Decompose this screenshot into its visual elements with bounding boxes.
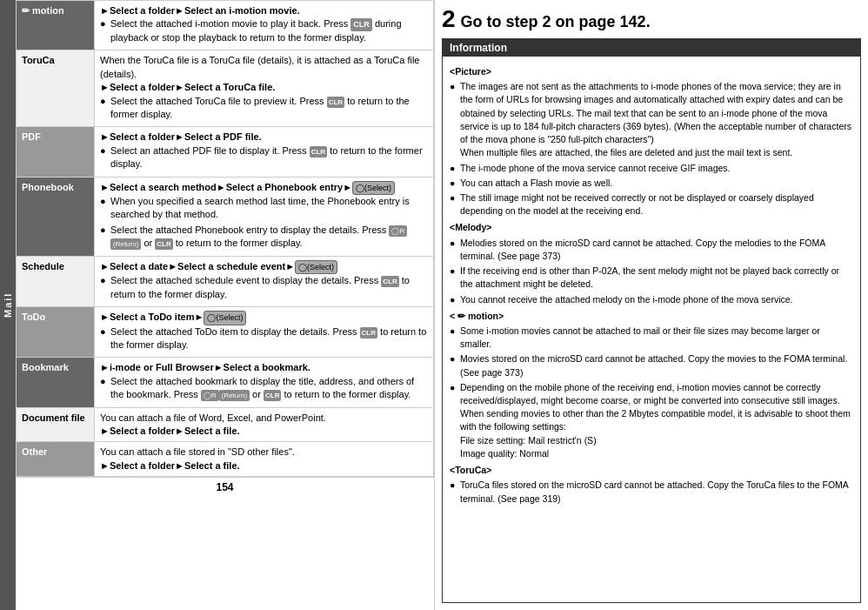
info-box: Information <Picture> ● The images are n… (442, 38, 861, 603)
row-content-phonebook: ►Select a search method►Select a Phonebo… (95, 177, 434, 256)
step-header: 2 Go to step 2 on page 142. (442, 7, 861, 31)
row-content-docfile: You can attach a file of Word, Excel, an… (95, 407, 434, 442)
row-content-pdf: ►Select a folder►Select a PDF file. ● Se… (95, 127, 434, 177)
row-content-todo: ►Select a ToDo item►◯(Select) ● Select t… (95, 307, 434, 358)
melody-section-label: <Melody> (450, 221, 853, 234)
row-content-bookmark: ►i-mode or Full Browser►Select a bookmar… (95, 358, 434, 407)
row-label-bookmark: Bookmark (17, 358, 95, 407)
step-text: Go to step 2 on page 142. (461, 13, 651, 31)
right-panel: 2 Go to step 2 on page 142. Information … (435, 0, 868, 610)
row-label-motion: ✏ motion (17, 1, 95, 50)
list-item: ● Melodies stored on the microSD card ca… (450, 237, 853, 263)
table-row: ToDo ►Select a ToDo item►◯(Select) ● Sel… (17, 307, 434, 358)
table-row: Other You can attach a file stored in "S… (17, 442, 434, 477)
list-item: ● You cannot receive the attached melody… (450, 293, 853, 306)
row-label-docfile: Document file (17, 407, 95, 442)
picture-section-label: <Picture> (450, 65, 853, 78)
row-content-motion: ►Select a folder►Select an i-motion movi… (95, 1, 434, 50)
list-item: ● If the receiving end is other than P-0… (450, 265, 853, 291)
table-row: PDF ►Select a folder►Select a PDF file. … (17, 127, 434, 177)
table-row: ToruCa When the ToruCa file is a ToruCa … (17, 50, 434, 127)
list-item: ● You can attach a Flash movie as well. (450, 177, 853, 190)
row-label-todo: ToDo (17, 307, 95, 358)
left-panel: Mail ✏ motion ►Select a folder►Select an… (0, 0, 435, 610)
row-content-schedule: ►Select a date►Select a schedule event►◯… (95, 256, 434, 306)
table-row: Schedule ►Select a date►Select a schedul… (17, 256, 434, 306)
info-header: Information (443, 39, 860, 57)
table-row: Document file You can attach a file of W… (17, 407, 434, 442)
content-table: ✏ motion ►Select a folder►Select an i-mo… (16, 0, 434, 477)
info-content: <Picture> ● The images are not sent as t… (443, 57, 860, 513)
row-content-other: You can attach a file stored in "SD othe… (95, 442, 434, 477)
list-item: ● Movies stored on the microSD card cann… (450, 352, 853, 379)
table-row: Phonebook ►Select a search method►Select… (17, 177, 434, 256)
page-number: 154 (16, 477, 434, 497)
list-item: ● The i-mode phone of the mova service c… (450, 162, 853, 175)
table-row: Bookmark ►i-mode or Full Browser►Select … (17, 358, 434, 407)
list-item: ● Depending on the mobile phone of the r… (450, 381, 853, 460)
row-label-toruca: ToruCa (17, 50, 95, 127)
row-label-phonebook: Phonebook (17, 177, 95, 256)
list-item: ● The still image might not be received … (450, 191, 853, 218)
step-number: 2 (442, 7, 456, 31)
row-label-other: Other (17, 442, 95, 477)
row-label-schedule: Schedule (17, 256, 95, 306)
table-container: ✏ motion ►Select a folder►Select an i-mo… (16, 0, 434, 477)
list-item: ● Some i-motion movies cannot be attache… (450, 325, 853, 351)
motion-section-label: < ✏ motion> (450, 310, 853, 323)
list-item: ● The images are not sent as the attachm… (450, 80, 853, 159)
list-item: ● ToruCa files stored on the microSD car… (450, 479, 853, 505)
toruca-section-label: <ToruCa> (450, 464, 853, 477)
side-label: Mail (0, 0, 16, 610)
table-row: ✏ motion ►Select a folder►Select an i-mo… (17, 1, 434, 50)
row-content-toruca: When the ToruCa file is a ToruCa file (d… (95, 50, 434, 127)
row-label-pdf: PDF (17, 127, 95, 177)
